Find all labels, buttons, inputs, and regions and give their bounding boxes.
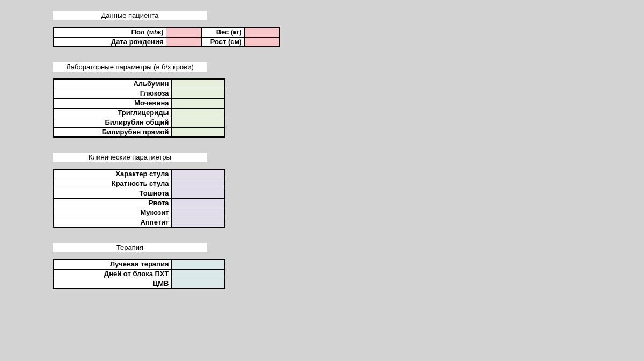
table-row: Мочевина	[53, 98, 225, 108]
value-bilirubin-direct[interactable]	[171, 127, 225, 137]
table-row: Рвота	[53, 198, 225, 208]
section-patient: Данные пациента Пол (м/ж) Вес (кг) Дата …	[53, 11, 644, 47]
section-title-therapy: Терапия	[53, 243, 207, 252]
label-stool-character: Характер стула	[53, 169, 171, 179]
label-radiation: Лучевая терапия	[53, 259, 171, 269]
label-urea: Мочевина	[53, 98, 171, 108]
table-therapy: Лучевая терапия Дней от блока ПХТ ЦМВ	[53, 259, 225, 289]
table-row: Аппетит	[53, 218, 225, 227]
value-triglycerides[interactable]	[171, 108, 225, 118]
value-height[interactable]	[244, 37, 280, 47]
label-stool-frequency: Кратность стула	[53, 179, 171, 189]
value-urea[interactable]	[171, 98, 225, 108]
label-days-pht: Дней от блока ПХТ	[53, 269, 171, 279]
value-albumin[interactable]	[171, 79, 225, 89]
section-title-patient: Данные пациента	[53, 11, 207, 20]
label-albumin: Альбумин	[53, 79, 171, 89]
value-appetite[interactable]	[171, 218, 225, 227]
table-clinical: Характер стула Кратность стула Тошнота Р…	[53, 169, 225, 228]
table-row: Мукозит	[53, 208, 225, 218]
table-row: Лучевая терапия	[53, 259, 225, 269]
section-clinical: Клинические паратметры Характер стула Кр…	[53, 153, 644, 228]
label-vomiting: Рвота	[53, 198, 171, 208]
section-title-lab: Лабораторные параметры (в б/х крови)	[53, 62, 207, 72]
value-days-pht[interactable]	[171, 269, 225, 279]
table-row: Характер стула	[53, 169, 225, 179]
table-row: Билирубин общий	[53, 118, 225, 127]
label-mucositis: Мукозит	[53, 208, 171, 218]
label-cmv: ЦМВ	[53, 279, 171, 288]
label-triglycerides: Триглицериды	[53, 108, 171, 118]
value-sex[interactable]	[166, 27, 201, 37]
label-weight: Вес (кг)	[201, 27, 244, 37]
label-nausea: Тошнота	[53, 189, 171, 198]
table-row: ЦМВ	[53, 279, 225, 288]
value-nausea[interactable]	[171, 189, 225, 198]
table-row: Пол (м/ж) Вес (кг)	[53, 27, 280, 37]
value-glucose[interactable]	[171, 89, 225, 98]
label-sex: Пол (м/ж)	[53, 27, 166, 37]
table-row: Тошнота	[53, 189, 225, 198]
value-stool-frequency[interactable]	[171, 179, 225, 189]
table-row: Триглицериды	[53, 108, 225, 118]
label-bilirubin-total: Билирубин общий	[53, 118, 171, 127]
value-weight[interactable]	[244, 27, 280, 37]
value-cmv[interactable]	[171, 279, 225, 288]
label-appetite: Аппетит	[53, 218, 171, 227]
section-title-clinical: Клинические паратметры	[53, 153, 207, 162]
value-vomiting[interactable]	[171, 198, 225, 208]
table-patient: Пол (м/ж) Вес (кг) Дата рождения Рост (с…	[53, 27, 280, 47]
value-mucositis[interactable]	[171, 208, 225, 218]
table-row: Дней от блока ПХТ	[53, 269, 225, 279]
value-bilirubin-total[interactable]	[171, 118, 225, 127]
value-birthdate[interactable]	[166, 37, 201, 47]
table-row: Глюкоза	[53, 89, 225, 98]
table-row: Билирубин прямой	[53, 127, 225, 137]
label-birthdate: Дата рождения	[53, 37, 166, 47]
table-lab: Альбумин Глюкоза Мочевина Триглицериды Б…	[53, 78, 225, 138]
table-row: Альбумин	[53, 79, 225, 89]
value-stool-character[interactable]	[171, 169, 225, 179]
label-height: Рост (см)	[201, 37, 244, 47]
table-row: Дата рождения Рост (см)	[53, 37, 280, 47]
section-therapy: Терапия Лучевая терапия Дней от блока ПХ…	[53, 243, 644, 289]
table-row: Кратность стула	[53, 179, 225, 189]
value-radiation[interactable]	[171, 259, 225, 269]
label-glucose: Глюкоза	[53, 89, 171, 98]
label-bilirubin-direct: Билирубин прямой	[53, 127, 171, 137]
section-lab: Лабораторные параметры (в б/х крови) Аль…	[53, 62, 644, 138]
